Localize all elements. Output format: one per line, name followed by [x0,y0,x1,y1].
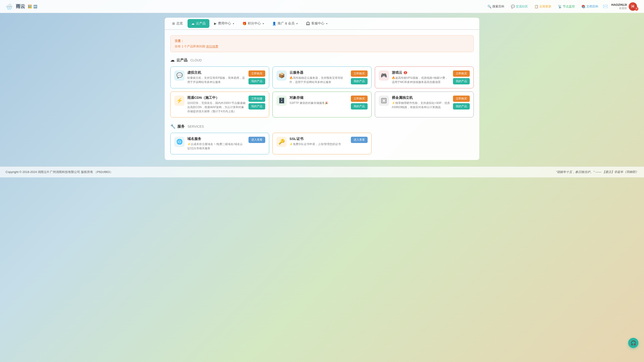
secondary-navigation: ⊞ 总览 ☁ 云产品 ▶ 费用中心 ▾ 🎁 积分中心 ▾ 👤 推广 & 会员 ▾… [165,18,479,30]
object-storage-title-area: 对象存储 S3/FTP 兼容的对象存储服务🎉 [290,95,348,105]
user-menu[interactable]: HAOZHUJI 欢迎你 H ⚙ [612,2,638,11]
support-icon: 🎧 [306,22,310,25]
top-nav-links: 🔍 搜索百科 💬 交流社区 📋 近期更新 📡 节点监控 📚 文档百科 ✉️ HA… [485,2,638,11]
bare-metal-desc: ⚡独享物理硬件性能，支持虚拟化+30IP，优质AS9929线路，有效应对各种云计… [392,101,450,109]
domain-title: 域名服务 [187,137,201,141]
search-baike-link[interactable]: 🔍 搜索百科 [485,3,507,10]
footer: Copyright © 2018-2024 润雨云® 广州润雨科技有限公司 版权… [0,166,644,177]
vhost-my-product-button[interactable]: 我的产品 [248,78,265,84]
nav-support[interactable]: 🎧 客服中心 ▾ [302,19,331,28]
services-section-icon: 🔧 [170,124,176,129]
bare-metal-buy-button[interactable]: 立即购买 [453,95,470,102]
bare-metal-actions: 立即购买 我的产品 [453,95,470,109]
promo-icon: 👤 [272,22,276,25]
cloud-server-my-product-button[interactable]: 我的产品 [351,78,368,84]
services-section-subtitle: SERVICES [188,125,204,128]
overview-icon: ⊞ [172,22,175,25]
notice-content: 你有 1 个产品即将到期 前往续费 [175,44,469,49]
vhost-icon-wrap: 💬 [174,70,184,81]
game-cloud-buy-button[interactable]: 立即购买 [453,70,470,77]
object-storage-my-product-button[interactable]: 我的产品 [351,103,368,109]
cloud-server-title-row: 云服务器 [290,70,348,75]
cdn-my-product-button[interactable]: 我的产品 [248,103,265,109]
updates-link[interactable]: 📋 近期更新 [532,3,554,10]
cdn-title-row: 雨盾CDN（施工中） [187,95,246,100]
notice-title: 注意： [175,39,469,43]
bare-metal-card-top: 裸金属独立机 ⚡独享物理硬件性能，支持虚拟化+30IP，优质AS9929线路，有… [379,95,470,109]
float-support-icon: 🎧 [630,340,636,346]
cloud-server-title-area: 云服务器 🔥高性能稳定云服务器，支持预装宝塔等软件，适用于开设网站等多种云服务 [290,70,348,84]
nav-billing[interactable]: ▶ 费用中心 ▾ [210,19,238,28]
cloud-section-subtitle: CLOUD [190,58,202,62]
vhost-title-area: 虚拟主机 轻量级主机，支持宝塔/EP面板，简单易用，适用于开设网站等多种云服务 [187,70,246,84]
game-cloud-my-product-button[interactable]: 我的产品 [453,78,470,84]
main-content: ⊞ 总览 ☁ 云产品 ▶ 费用中心 ▾ 🎁 积分中心 ▾ 👤 推广 & 会员 ▾… [159,13,485,165]
cloud-server-buy-button[interactable]: 立即购买 [351,70,368,77]
avatar-settings-badge: ⚙ [635,7,638,11]
cdn-card-top: ⚡ 雨盾CDN（施工中） 访问巨快，无惧攻击，国内外2000+节点极速融合高防C… [174,95,265,113]
bare-metal-my-product-button[interactable]: 我的产品 [453,103,470,109]
domain-title-area: 域名服务 ⚡以成本价注册域名！/免费二级域名/域名认证/过白等相关服务 [187,137,246,150]
cdn-icon-wrap: ⚡ [174,95,184,106]
domain-icon-wrap: 🌐 [174,137,184,147]
service-card-ssl: 🔑 SSL证书 ⚡免费SSL证书申请，上传/管理您的证书 进入查看 [272,133,371,154]
renew-link[interactable]: 前往续费 [206,45,218,48]
promo-chevron-icon: ▾ [296,22,298,25]
community-link[interactable]: 💬 交流社区 [508,3,531,10]
cdn-actions: 立即创建 我的产品 [248,95,265,109]
object-storage-title-row: 对象存储 [290,95,348,100]
monitor-link[interactable]: 📡 节点监控 [555,3,578,10]
cloud-section-header: ☁ 云产品 CLOUD [170,58,474,63]
cdn-icon: ⚡ [176,98,183,104]
vhost-buy-button[interactable]: 立即购买 [248,70,265,77]
services-grid: 🌐 域名服务 ⚡以成本价注册域名！/免费二级域名/域名认证/过白等相关服务 进入… [170,133,474,154]
ssl-card-top: 🔑 SSL证书 ⚡免费SSL证书申请，上传/管理您的证书 进入查看 [276,137,367,147]
cdn-create-button[interactable]: 立即创建 [248,95,265,102]
promo-label: 推广 & 会员 [278,21,294,25]
docs-label: 文档百科 [586,4,598,8]
float-support-button[interactable]: 🎧 [628,338,638,348]
object-storage-buy-button[interactable]: 立即购买 [351,95,368,102]
domain-enter-button[interactable]: 进入查看 [248,137,265,143]
game-cloud-title-row: 游戏云 1 [392,70,450,75]
billing-icon: ▶ [214,22,216,25]
domain-card-top: 🌐 域名服务 ⚡以成本价注册域名！/免费二级域名/域名认证/过白等相关服务 进入… [174,137,265,150]
nav-overview[interactable]: ⊞ 总览 [168,19,186,28]
updates-label: 近期更新 [539,4,552,8]
ssl-title-row: SSL证书 [290,137,348,141]
bare-metal-icon [381,97,387,104]
game-cloud-desc: 🔥超高性能VPS/面板，优质线路+独家计费，适用于MC和多种游戏服务器高负载场景 [392,76,450,84]
mail-button[interactable]: ✉️ [602,3,609,10]
domain-icon: 🌐 [176,139,183,145]
cloud-server-icon: 📦 [278,72,285,79]
logo[interactable]: 🌧️ 雨云 🖼️ 🔤 [6,2,37,11]
cloud-server-icon-wrap: 📦 [276,70,287,81]
cloud-section-icon: ☁ [170,58,174,63]
nav-points[interactable]: 🎁 积分中心 ▾ [239,19,268,28]
ssl-title-area: SSL证书 ⚡免费SSL证书申请，上传/管理您的证书 [290,137,348,146]
nav-promo[interactable]: 👤 推广 & 会员 ▾ [268,19,301,28]
support-label: 客服中心 [311,21,324,25]
user-greeting: 欢迎你 [612,6,627,10]
vhost-card-top: 💬 虚拟主机 轻量级主机，支持宝塔/EP面板，简单易用，适用于开设网站等多种云服… [174,70,265,84]
ssl-actions: 进入查看 [351,137,368,143]
domain-actions: 进入查看 [248,137,265,143]
overview-label: 总览 [176,21,183,25]
footer-copyright: Copyright © 2018-2024 润雨云® 广州润雨科技有限公司 版权… [6,170,113,174]
product-card-bare-metal: 裸金属独立机 ⚡独享物理硬件性能，支持虚拟化+30IP，优质AS9929线路，有… [375,92,474,117]
points-label: 积分中心 [248,21,261,25]
cloud-section-title: 云产品 [176,58,188,63]
ssl-enter-button[interactable]: 进入查看 [351,137,368,143]
search-icon: 🔍 [488,5,492,8]
logo-icon: 🌧️ [6,2,14,11]
svg-rect-2 [382,99,385,102]
game-cloud-badge: 1 [404,71,408,74]
nav-cloud-products[interactable]: ☁ 云产品 [188,19,210,28]
updates-icon: 📋 [534,5,538,8]
cloud-server-actions: 立即购买 我的产品 [351,70,368,84]
docs-link[interactable]: 📚 文档百科 [578,3,601,10]
docs-icon: 📚 [582,5,585,8]
product-card-object-storage: 🗄️ 对象存储 S3/FTP 兼容的对象存储服务🎉 立即购买 我的产品 [272,92,371,117]
billing-chevron-icon: ▾ [233,22,234,25]
community-label: 交流社区 [516,4,528,8]
